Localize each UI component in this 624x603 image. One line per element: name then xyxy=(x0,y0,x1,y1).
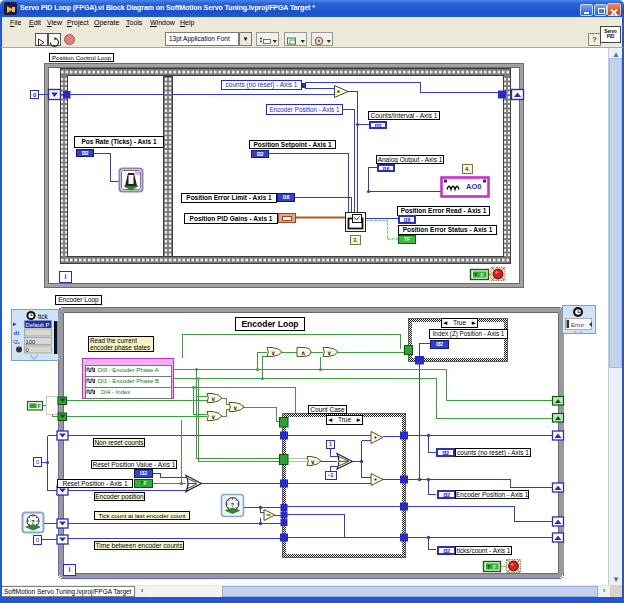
svg-text:∨: ∨ xyxy=(271,350,275,356)
svg-text:tick: tick xyxy=(38,313,49,320)
svg-text:∨: ∨ xyxy=(327,350,331,356)
svg-text:Error: Error xyxy=(571,322,584,328)
svg-text:0: 0 xyxy=(26,347,29,353)
svg-text:∨: ∨ xyxy=(233,405,237,411)
svg-text:∧: ∧ xyxy=(301,350,305,356)
svg-text:∨: ∨ xyxy=(311,459,315,465)
svg-text:Default P: Default P xyxy=(26,322,50,328)
svg-text:∨: ∨ xyxy=(211,396,215,402)
svg-text:dt: dt xyxy=(14,330,20,336)
svg-text:∨: ∨ xyxy=(211,414,215,420)
svg-text:100: 100 xyxy=(26,339,36,345)
svg-text:?: ? xyxy=(31,519,35,525)
svg-text:¹2ₓ: ¹2ₓ xyxy=(13,339,20,345)
svg-text:?: ? xyxy=(231,502,235,508)
